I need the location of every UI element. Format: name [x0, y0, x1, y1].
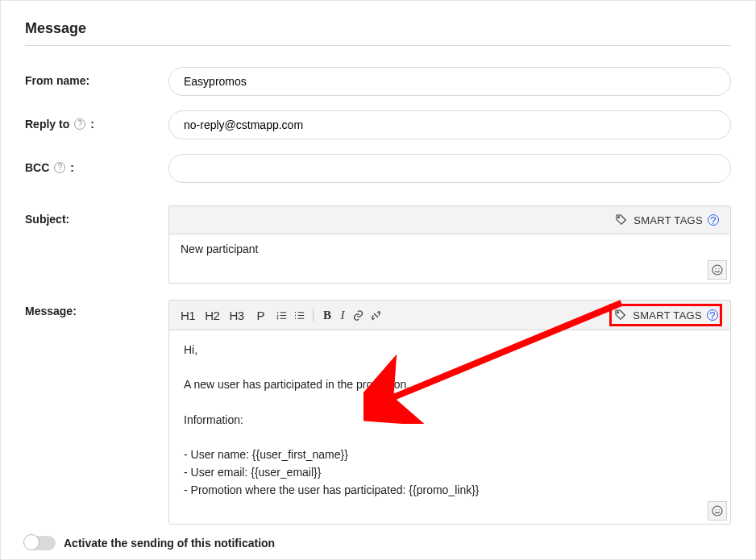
label-message-text: Message:	[25, 305, 77, 317]
label-from-name: From name:	[25, 67, 168, 87]
help-icon[interactable]: ?	[74, 118, 85, 130]
label-bcc: BCC ? :	[25, 154, 168, 174]
svg-point-7	[617, 312, 619, 313]
svg-point-8	[712, 506, 722, 516]
toolbar-bold-button[interactable]: B	[320, 309, 334, 322]
subject-smart-bar: SMART TAGS ?	[169, 206, 730, 234]
toggle-label: Activate the sending of this notificatio…	[64, 537, 275, 550]
tag-icon	[614, 211, 629, 229]
section-title: Message	[25, 20, 731, 37]
toolbar-italic-button[interactable]: I	[338, 309, 348, 322]
label-subject-text: Subject:	[25, 213, 69, 226]
subject-text: New participant	[181, 243, 259, 255]
toggle-row: Activate the sending of this notificatio…	[25, 525, 731, 550]
svg-point-4	[294, 312, 295, 313]
label-from-name-text: From name:	[25, 74, 89, 87]
svg-point-6	[294, 317, 295, 318]
svg-point-1	[712, 265, 722, 275]
toolbar-divider	[313, 309, 314, 321]
help-icon[interactable]: ?	[708, 214, 719, 226]
toolbar-p-button[interactable]: P	[251, 309, 272, 322]
toggle-knob	[23, 534, 39, 550]
label-subject: Subject:	[25, 205, 168, 226]
row-from-name: From name:	[25, 67, 731, 96]
message-block: H1 H2 H3 P B I	[168, 300, 731, 525]
message-text: Hi, A new user has participated in the p…	[184, 343, 480, 496]
label-reply-to-text: Reply to	[25, 118, 69, 131]
link-icon[interactable]	[351, 306, 365, 324]
label-bcc-colon: :	[70, 161, 74, 174]
toolbar-h3-button[interactable]: H3	[226, 309, 247, 322]
row-subject: Subject: SMART TAGS ? New participant	[25, 205, 731, 284]
svg-point-5	[294, 314, 295, 315]
subject-input-area[interactable]: New participant	[169, 234, 730, 283]
reply-to-input[interactable]	[168, 110, 731, 139]
label-reply-to: Reply to ? :	[25, 110, 168, 131]
toolbar-h2-button[interactable]: H2	[201, 309, 222, 322]
smart-tags-label: SMART TAGS	[633, 309, 702, 321]
section-divider	[25, 45, 731, 46]
tag-icon	[613, 306, 628, 324]
emoji-picker-button[interactable]	[708, 260, 727, 280]
smart-tags-label: SMART TAGS	[633, 214, 703, 226]
message-toolbar: H1 H2 H3 P B I	[169, 301, 730, 330]
unordered-list-icon[interactable]	[292, 306, 306, 324]
emoji-picker-button[interactable]	[708, 501, 727, 521]
label-bcc-text: BCC	[25, 161, 49, 174]
row-reply-to: Reply to ? :	[25, 110, 731, 139]
label-reply-colon: :	[90, 118, 94, 131]
toolbar-h1-button[interactable]: H1	[177, 309, 198, 322]
row-message: Message: H1 H2 H3 P	[25, 300, 731, 525]
subject-block: SMART TAGS ? New participant	[168, 205, 731, 284]
from-name-input[interactable]	[168, 67, 731, 96]
editor-toolbar: H1 H2 H3 P B I	[177, 306, 383, 324]
ordered-list-icon[interactable]	[274, 306, 289, 324]
row-bcc: BCC ? :	[25, 154, 731, 183]
smart-tags-button[interactable]: SMART TAGS ?	[611, 209, 722, 230]
help-icon[interactable]: ?	[707, 309, 718, 321]
svg-point-0	[618, 217, 620, 218]
unlink-icon[interactable]	[368, 306, 383, 324]
bcc-input[interactable]	[168, 154, 731, 183]
label-message: Message:	[25, 300, 168, 317]
message-editor[interactable]: Hi, A new user has participated in the p…	[169, 330, 730, 524]
help-icon[interactable]: ?	[54, 162, 65, 173]
smart-tags-button[interactable]: SMART TAGS ?	[609, 304, 722, 326]
activate-toggle[interactable]	[25, 536, 56, 550]
